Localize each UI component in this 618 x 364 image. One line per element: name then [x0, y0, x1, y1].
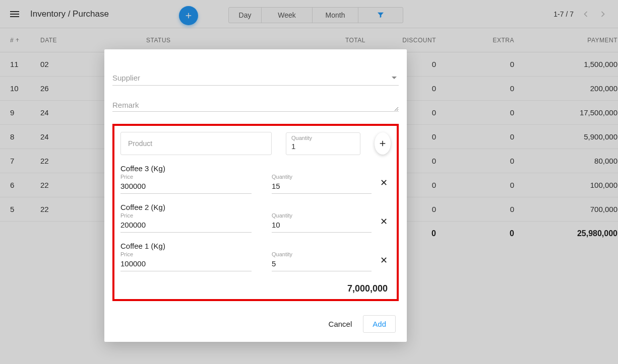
qty-field[interactable]: Quantity15: [272, 174, 372, 194]
qty-value: 5: [272, 257, 372, 271]
price-value: 100000: [120, 257, 252, 271]
confirm-add-button[interactable]: Add: [363, 315, 396, 333]
remark-input[interactable]: [112, 96, 399, 112]
line-item: Coffee 2 (Kg)Price200000Quantity10✕: [120, 203, 391, 233]
qty-label: Quantity: [272, 251, 372, 257]
qty-label: Quantity: [272, 212, 372, 219]
supplier-field[interactable]: Supplier: [112, 68, 399, 86]
cancel-button[interactable]: Cancel: [329, 320, 352, 328]
add-item-button[interactable]: [375, 132, 391, 155]
price-label: Price: [120, 174, 252, 180]
plus-icon: [378, 139, 387, 148]
modal-actions: Cancel Add: [112, 315, 399, 333]
quantity-label: Quantity: [291, 135, 355, 141]
price-label: Price: [120, 251, 252, 257]
remark-field[interactable]: Remark: [112, 96, 399, 114]
price-label: Price: [120, 212, 252, 219]
item-name: Coffee 3 (Kg): [120, 164, 391, 173]
items-panel: Product Quantity 1 Coffee 3 (Kg)Price300…: [112, 124, 399, 301]
subtotal: 7,000,000: [120, 283, 388, 294]
qty-value: 15: [272, 180, 372, 194]
qty-field[interactable]: Quantity10: [272, 212, 372, 233]
quantity-input[interactable]: Quantity 1: [286, 132, 360, 155]
remove-item-button[interactable]: ✕: [380, 255, 388, 266]
supplier-input[interactable]: [112, 68, 399, 86]
item-name: Coffee 1 (Kg): [120, 242, 391, 250]
price-value: 300000: [120, 180, 252, 194]
remove-item-button[interactable]: ✕: [380, 216, 388, 227]
remove-item-button[interactable]: ✕: [380, 177, 388, 188]
item-name: Coffee 2 (Kg): [120, 203, 391, 211]
price-field[interactable]: Price200000: [120, 212, 252, 233]
line-item: Coffee 3 (Kg)Price300000Quantity15✕: [120, 164, 391, 194]
qty-label: Quantity: [272, 174, 372, 180]
line-item: Coffee 1 (Kg)Price100000Quantity5✕: [120, 242, 391, 271]
add-item-row: Product Quantity 1: [120, 132, 391, 155]
price-value: 200000: [120, 219, 252, 233]
price-field[interactable]: Price300000: [120, 174, 252, 194]
price-field[interactable]: Price100000: [120, 251, 252, 271]
purchase-modal: Supplier Remark Product Quantity 1 Coffe…: [104, 49, 407, 342]
chevron-down-icon: [392, 77, 397, 79]
product-input[interactable]: Product: [120, 132, 272, 155]
qty-value: 10: [272, 219, 372, 233]
qty-field[interactable]: Quantity5: [272, 251, 372, 271]
quantity-value: 1: [291, 142, 355, 151]
